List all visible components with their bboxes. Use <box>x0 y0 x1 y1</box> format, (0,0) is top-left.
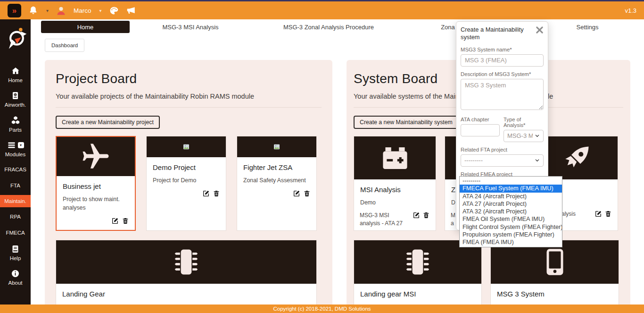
close-icon[interactable] <box>535 25 545 37</box>
dropdown-option[interactable]: ATA 32 (Aircraft Project) <box>460 208 562 215</box>
ata-chapter-input[interactable] <box>461 124 500 136</box>
sidebar-item-about[interactable]: About <box>0 267 31 288</box>
microchip-icon <box>401 245 435 279</box>
app-version: v1.3 <box>625 7 636 14</box>
theme-palette-icon[interactable] <box>109 6 119 16</box>
card-type-text: MSG-3 MSI analysis - ATA 27 <box>360 211 406 228</box>
project-card-fighter-jet-zsa[interactable]: Fighter Jet ZSA Zonal Safety Assesment <box>237 136 317 231</box>
create-project-button[interactable]: Create a new Maintainability project <box>56 116 160 129</box>
related-fta-select[interactable]: --------- <box>461 154 544 167</box>
home-icon <box>11 66 20 76</box>
tab-msg3-zonal-analysis-procedure[interactable]: MSG-3 Zonal Analysis Procedure <box>283 24 374 31</box>
system-description-textarea[interactable]: MSG 3 System <box>461 79 544 110</box>
tablet-icon <box>538 245 571 279</box>
rocket-icon <box>562 143 592 173</box>
dropdown-option[interactable]: ATA 27 (Aircraft Project) <box>460 200 562 208</box>
chevron-down-icon <box>535 133 540 138</box>
user-menu-caret-icon[interactable]: ▾ <box>99 8 102 13</box>
dropdown-option[interactable]: --------- <box>460 177 562 185</box>
user-name[interactable]: Marco <box>74 7 91 14</box>
edit-icon[interactable] <box>293 190 300 197</box>
edit-icon[interactable] <box>202 190 210 197</box>
sidebar: Home Airworth. Parts ▾ Modules FRACAS FT… <box>0 19 31 305</box>
sidebar-item-label: Help <box>10 255 21 261</box>
modules-collapse-caret-icon[interactable]: ▾ <box>18 142 24 148</box>
edit-icon[interactable] <box>413 211 420 219</box>
delete-icon[interactable] <box>122 217 129 225</box>
system-card-landing-gear-msi[interactable]: Landing gear MSI MSI <box>354 240 482 305</box>
project-card-demo-project[interactable]: Demo Project Project for Demo <box>146 136 226 231</box>
passport-icon <box>11 91 20 100</box>
delete-icon[interactable] <box>303 190 311 197</box>
battery-icon <box>380 143 410 173</box>
dropdown-option[interactable]: FMEA (FMEA IMU) <box>460 238 562 246</box>
analysis-type-select[interactable]: MSG-3 MSI <box>504 130 544 142</box>
sidebar-item-fmeca[interactable]: FMECA <box>0 226 31 239</box>
notifications-bell-icon[interactable] <box>28 6 38 16</box>
tab-settings[interactable]: Settings <box>577 24 599 31</box>
card-image <box>56 240 316 284</box>
tab-msg3-msi-analysis[interactable]: MSG-3 MSI Analysis <box>162 24 218 31</box>
book-icon <box>11 245 20 254</box>
tab-zonal[interactable]: Zona <box>441 24 455 31</box>
project-card-landing-gear[interactable]: Landing Gear Landing Gear project <box>56 240 317 305</box>
edit-icon[interactable] <box>111 217 119 225</box>
dropdown-option-highlighted[interactable]: FMECA Fuel System (FMEA IMU) <box>460 185 562 192</box>
sidebar-item-fta[interactable]: FTA <box>0 179 31 192</box>
dropdown-option[interactable]: ATA 24 (Aircraft Project) <box>460 193 562 200</box>
delete-icon[interactable] <box>604 210 612 218</box>
info-icon <box>11 269 20 278</box>
system-card-msi-analysis[interactable]: MSI Analysis Demo MSG-3 MSI analysis - A… <box>354 136 436 231</box>
sidebar-item-rpa[interactable]: RPA <box>0 210 31 223</box>
card-title: Fighter Jet ZSA <box>243 163 310 172</box>
broken-image-icon <box>182 143 190 151</box>
sidebar-item-label: FMECA <box>6 230 25 236</box>
tab-home[interactable]: Home <box>41 21 130 33</box>
tab-dashboard[interactable]: Dashboard <box>45 39 84 52</box>
plane-icon <box>80 141 111 172</box>
dropdown-option[interactable]: Propulsion system (FMEA Fighter) <box>460 231 562 238</box>
sidebar-item-label: Airworth. <box>5 102 26 108</box>
sidebar-item-label: FRACAS <box>4 167 26 172</box>
sidebar-item-label: RPA <box>10 214 21 220</box>
modal-title: Create a Maintainability system <box>461 26 544 41</box>
robin-logo <box>4 25 27 53</box>
related-fta-label: Related FTA project <box>461 147 544 152</box>
dropdown-option[interactable]: FMEA Oil System (FMEA IMU) <box>460 215 562 223</box>
sidebar-item-airworthiness[interactable]: Airworth. <box>0 89 31 110</box>
sidebar-item-label: Maintain. <box>4 198 26 204</box>
sidebar-item-home[interactable]: Home <box>0 64 31 85</box>
project-board-panel: Project Board Your available projects of… <box>45 60 332 305</box>
broken-image-icon <box>273 143 281 151</box>
bars-icon <box>7 141 16 150</box>
delete-icon[interactable] <box>213 190 220 197</box>
edit-icon[interactable] <box>594 210 602 218</box>
sidebar-item-label: Home <box>8 77 23 83</box>
delete-icon[interactable] <box>422 211 430 219</box>
sidebar-item-modules[interactable]: ▾ Modules <box>0 138 31 160</box>
card-title: MSG 3 System <box>497 290 612 298</box>
card-title: Demo Project <box>153 163 220 172</box>
card-title: Landing Gear <box>62 290 310 298</box>
card-title: Landing gear MSI <box>360 290 475 298</box>
sidebar-item-maintainability[interactable]: Maintain. <box>0 195 31 207</box>
sidebar-item-fracas[interactable]: FRACAS <box>0 163 31 176</box>
notifications-caret-icon[interactable]: ▾ <box>46 8 49 13</box>
sidebar-item-help[interactable]: Help <box>0 242 31 263</box>
announcements-megaphone-icon[interactable] <box>126 5 136 16</box>
dropdown-option[interactable]: Flight Control System (FMEA Fighter) <box>460 223 562 231</box>
selected-value: --------- <box>464 157 533 164</box>
card-description: Zonal Safety Assesment <box>243 177 310 185</box>
create-system-button[interactable]: Create a new Maintainability system <box>354 116 459 129</box>
system-name-input[interactable] <box>461 54 544 67</box>
sidebar-item-parts[interactable]: Parts <box>0 113 31 135</box>
sidebar-toggle-button[interactable]: » <box>8 4 21 17</box>
system-card-msg3-system[interactable]: MSG 3 System This is an MSG3 System <box>490 240 619 305</box>
ata-chapter-label: ATA chapter <box>461 117 500 122</box>
sidebar-item-label: Parts <box>9 127 22 133</box>
card-image <box>147 136 226 157</box>
chevron-down-icon <box>535 158 540 163</box>
user-avatar[interactable] <box>56 5 66 16</box>
top-accent-strip <box>0 0 644 1</box>
project-card-business-jet[interactable]: Business jet Project to show maint. anal… <box>56 136 136 231</box>
